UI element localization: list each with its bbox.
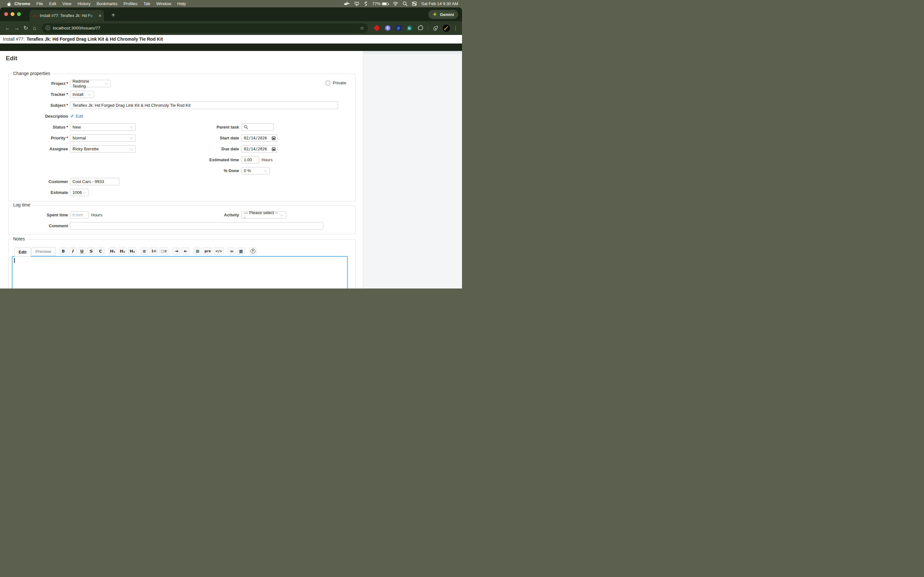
text-caret [14, 258, 15, 263]
new-tab-button[interactable]: + [109, 11, 118, 19]
notes-toolbar-insert-image-button[interactable]: ▦ [237, 247, 245, 255]
notes-toolbar-strikethrough-button[interactable]: S [87, 247, 95, 255]
tracker-select[interactable]: Install [70, 91, 94, 98]
spotlight-search-icon[interactable] [403, 1, 407, 6]
back-button[interactable]: ← [3, 24, 12, 33]
browser-menu-icon[interactable]: ⋮ [452, 25, 459, 31]
extensions-puzzle-icon[interactable] [417, 24, 424, 32]
notes-toolbar-heading-1-button[interactable]: H₁ [108, 247, 117, 255]
menu-edit[interactable]: Edit [49, 1, 56, 6]
menu-history[interactable]: History [78, 1, 90, 6]
comment-input[interactable] [70, 222, 323, 229]
gemini-button[interactable]: Gemini [428, 10, 458, 19]
reload-button[interactable]: ↻ [21, 24, 30, 33]
assignee-select[interactable]: Ricky Barrette [70, 145, 136, 153]
url-text: localhost:3000/issues/77 [53, 26, 100, 31]
project-select[interactable]: Redmine Testing [70, 80, 111, 87]
notes-tab-edit[interactable]: Edit [15, 247, 31, 257]
notes-toolbar-underline-button[interactable]: U [78, 247, 86, 255]
menu-help[interactable]: Help [178, 1, 186, 6]
private-checkbox[interactable] [326, 81, 330, 85]
menubar-clock[interactable]: Sat Feb 14 9:30 AM [421, 1, 458, 6]
home-button[interactable]: ⌂ [30, 24, 39, 33]
notes-toolbar-attach-document-button[interactable]: ∞ [228, 247, 236, 255]
notes-toolbar-unordered-list-button[interactable]: ≡ [140, 247, 148, 255]
notes-toolbar-bold-button[interactable]: B [59, 247, 67, 255]
purple-extension-icon[interactable]: S [384, 24, 391, 32]
gemini-spark-icon [433, 12, 438, 17]
profile-avatar[interactable] [443, 25, 450, 32]
tab-title: Install #77: Teraflex Jk: Hd Fo [40, 13, 97, 18]
tab-strip: Install #77: Teraflex Jk: Hd Fo × + Gemi… [0, 7, 462, 21]
log-time-legend: Log time [11, 202, 32, 207]
address-bar[interactable]: ⓘ localhost:3000/issues/77 ☆ [42, 23, 368, 33]
menu-profiles[interactable]: Profiles [124, 1, 137, 6]
minimize-window-button[interactable] [11, 12, 15, 16]
notes-toolbar-ordered-list-button[interactable]: 1≡ [150, 247, 158, 255]
subject-label: Subject* [9, 103, 68, 108]
close-window-button[interactable] [4, 12, 8, 16]
customer-input[interactable]: Cool Cars - 9933 [70, 178, 120, 185]
battery-icon [382, 2, 388, 5]
battery-saver-leaf-icon[interactable] [431, 24, 439, 32]
wifi-icon[interactable] [393, 2, 398, 6]
change-properties-fieldset: Change properties Project* Redmine Testi… [8, 74, 355, 201]
start-date-input[interactable]: 02/14/2026 [241, 134, 278, 142]
docker-icon[interactable] [344, 2, 350, 6]
spent-time-input[interactable]: h:mm [70, 211, 89, 219]
menu-window[interactable]: Window [156, 1, 171, 6]
chevron-down-icon [264, 169, 267, 172]
apple-menu-icon[interactable] [6, 1, 11, 6]
parent-task-input[interactable] [241, 123, 274, 131]
notes-toolbar-preformatted-button[interactable]: pre [203, 247, 212, 255]
menu-file[interactable]: File [36, 1, 43, 6]
status-select[interactable]: New [70, 123, 136, 131]
redmine-favicon-icon [33, 13, 37, 18]
close-tab-icon[interactable]: × [99, 13, 102, 18]
blue-lock-extension-icon[interactable]: @ [395, 24, 402, 32]
notes-toolbar-definition-list-button[interactable]: □≡ [160, 247, 169, 255]
bookmark-star-icon[interactable]: ☆ [360, 25, 364, 31]
notes-toolbar-indent-button[interactable]: ⇥ [172, 247, 180, 255]
issue-subject-title: Teraflex Jk: Hd Forged Drag Link Kit & H… [27, 37, 163, 42]
notes-toolbar-heading-2-button[interactable]: H₂ [118, 247, 127, 255]
menu-tab[interactable]: Tab [144, 1, 150, 6]
notes-toolbar-code-block-button[interactable]: </> [214, 247, 224, 255]
notes-toolbar-heading-3-button[interactable]: H₃ [128, 247, 137, 255]
activity-select[interactable]: --- Please select --- [241, 211, 286, 219]
red-diamond-extension-icon[interactable] [373, 24, 381, 32]
estimate-select[interactable]: 1006 [70, 189, 89, 196]
notes-editor-toolbar: Edit Preview BIUSCH₁H₂H₃≡1≡□≡⇥⇤⊞pre</>∞▦… [9, 246, 355, 256]
description-edit-link[interactable]: Edit [76, 114, 83, 119]
battery-indicator[interactable]: 77% [372, 1, 388, 6]
control-center-icon[interactable] [412, 1, 417, 6]
issue-header: Install #77: Teraflex Jk: Hd Forged Drag… [0, 35, 462, 44]
due-date-input[interactable]: 02/14/2026 [241, 145, 278, 153]
chevron-down-icon [280, 213, 284, 216]
hours-suffix: Hours [262, 157, 273, 162]
menu-chrome[interactable]: Chrome [15, 1, 30, 6]
notes-toolbar-help-button[interactable]: ? [249, 247, 257, 255]
window-controls [4, 12, 21, 16]
notes-toolbar-inline-code-button[interactable]: C [97, 247, 105, 255]
notes-toolbar-outdent-button[interactable]: ⇤ [182, 247, 190, 255]
notes-tab-preview[interactable]: Preview [31, 247, 55, 256]
done-ratio-select[interactable]: 0 % [241, 167, 270, 174]
forward-button[interactable]: → [12, 24, 21, 33]
subject-input[interactable]: Teraflex Jk: Hd Forged Drag Link Kit & H… [70, 102, 338, 109]
estimated-time-input[interactable]: 1.00 [241, 156, 259, 163]
menu-bookmarks[interactable]: Bookmarks [97, 1, 118, 6]
browser-tab[interactable]: Install #77: Teraflex Jk: Hd Fo × [29, 10, 104, 21]
right-side-panel [363, 51, 462, 288]
zoom-window-button[interactable] [17, 12, 21, 16]
notes-toolbar-italic-button[interactable]: I [69, 247, 77, 255]
fox-app-icon[interactable] [354, 1, 359, 6]
site-info-icon[interactable]: ⓘ [45, 25, 50, 31]
menu-view[interactable]: View [62, 1, 71, 6]
notes-toolbar-table-button[interactable]: ⊞ [194, 247, 202, 255]
pencil-icon: ✎ [70, 114, 74, 119]
grammarly-extension-icon[interactable]: G [405, 24, 413, 32]
snake-app-icon[interactable] [364, 1, 368, 6]
priority-select[interactable]: Normal [70, 134, 136, 142]
notes-textarea[interactable] [12, 256, 348, 288]
